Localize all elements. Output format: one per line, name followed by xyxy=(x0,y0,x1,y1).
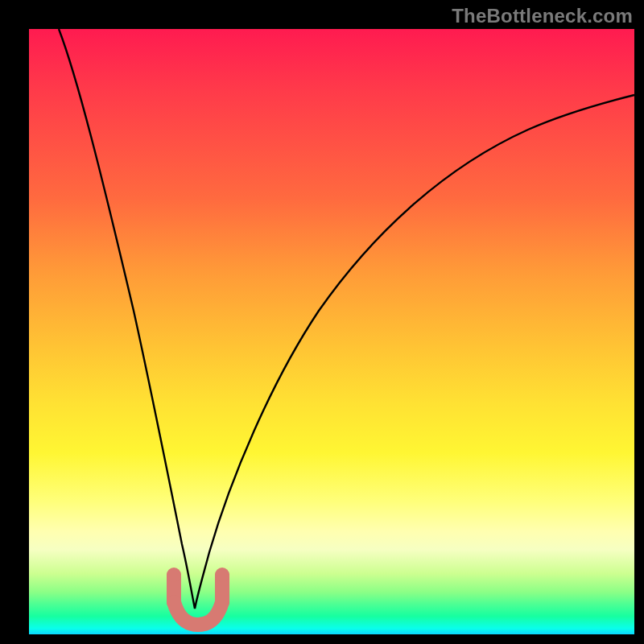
bottleneck-curve xyxy=(59,29,634,609)
svg-point-3 xyxy=(215,568,229,582)
chart-frame: TheBottleneck.com xyxy=(0,0,644,644)
chart-svg xyxy=(29,29,634,634)
watermark-text: TheBottleneck.com xyxy=(452,5,633,27)
plot-area xyxy=(29,29,634,634)
svg-point-2 xyxy=(167,568,181,582)
